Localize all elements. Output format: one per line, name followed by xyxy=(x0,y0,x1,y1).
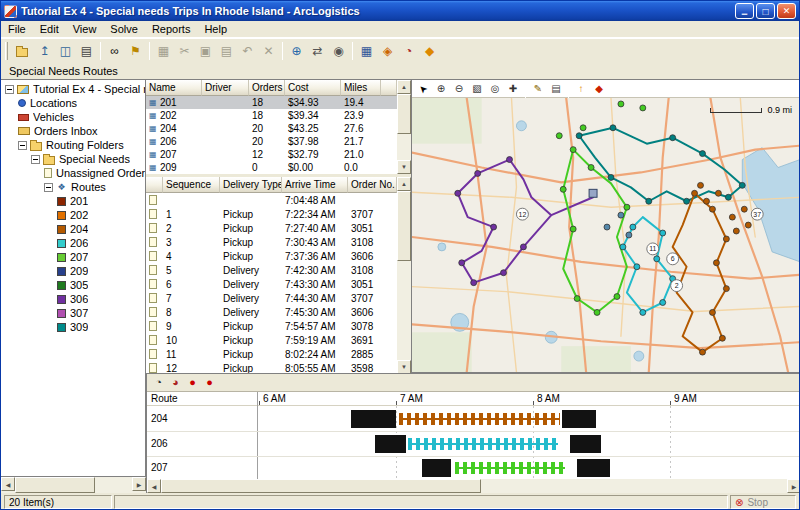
scroll-right-button[interactable] xyxy=(787,479,800,493)
print-map-tool-button[interactable]: ▤ xyxy=(547,81,565,97)
column-header-extra[interactable] xyxy=(381,80,397,96)
gantt-horizontal-scrollbar[interactable] xyxy=(147,479,800,493)
tree-node-305[interactable]: 305 xyxy=(1,278,145,292)
map-canvas[interactable]: 12116237 0.9 mi xyxy=(412,98,800,372)
routes-table-row[interactable]: ▦20712$32.7921.0 xyxy=(146,148,397,161)
tree-node-routes[interactable]: ❖Routes xyxy=(1,180,145,194)
map-image[interactable]: 12116237 xyxy=(412,98,800,372)
scroll-thumb[interactable] xyxy=(397,94,411,134)
tree-expander-icon[interactable] xyxy=(5,85,14,94)
menu-reports[interactable]: Reports xyxy=(145,22,198,36)
flag-stop-tool-button[interactable]: ◆ xyxy=(590,81,608,97)
routes-table-row[interactable]: ▦20118$34.9319.4 xyxy=(146,96,397,109)
gantt-depot-block[interactable] xyxy=(375,435,405,453)
tree-node-204[interactable]: 204 xyxy=(1,222,145,236)
tree-node-locations[interactable]: Locations xyxy=(1,96,145,110)
stops-table-row[interactable]: 7:04:48 AM xyxy=(146,193,397,207)
scroll-right-button[interactable] xyxy=(132,477,146,491)
column-header-cost[interactable]: Cost xyxy=(285,80,341,96)
column-header-orders[interactable]: Orders xyxy=(249,80,285,96)
paste-button[interactable]: ▤ xyxy=(216,41,237,61)
tree-horizontal-scrollbar[interactable] xyxy=(1,477,146,493)
print-button[interactable]: ▤ xyxy=(76,41,97,61)
gantt-work-bar[interactable] xyxy=(455,462,565,474)
scroll-left-button[interactable] xyxy=(147,479,161,493)
scroll-down-button[interactable] xyxy=(397,360,411,374)
tree-node-special-needs[interactable]: Special Needs xyxy=(1,152,145,166)
column-header-icon[interactable] xyxy=(146,177,163,193)
pan-tool-button[interactable]: ✚ xyxy=(504,81,522,97)
copy-button[interactable]: ▣ xyxy=(195,41,216,61)
save-button[interactable]: ◫ xyxy=(55,41,76,61)
menu-edit[interactable]: Edit xyxy=(33,22,66,36)
tree-node-306[interactable]: 306 xyxy=(1,292,145,306)
zoom-out-tool-button[interactable]: ⊖ xyxy=(450,81,468,97)
column-header-order-no-[interactable]: Order No. xyxy=(348,177,397,193)
tree-node-routing-folders[interactable]: Routing Folders xyxy=(1,138,145,152)
stops-table-row[interactable]: 2Pickup7:27:40 AM3051 xyxy=(146,221,397,235)
close-button[interactable] xyxy=(777,3,796,19)
zoom-box-tool-button[interactable]: ▧ xyxy=(468,81,486,97)
tree-node-307[interactable]: 307 xyxy=(1,306,145,320)
column-header-sequence[interactable]: Sequence xyxy=(163,177,220,193)
scroll-left-button[interactable] xyxy=(1,477,15,491)
stops-table-row[interactable]: 11Pickup8:02:24 AM2885 xyxy=(146,347,397,361)
minimize-button[interactable] xyxy=(735,3,754,19)
menu-help[interactable]: Help xyxy=(197,22,234,36)
zoom-in-tool-button[interactable]: ⊕ xyxy=(432,81,450,97)
tree-node-202[interactable]: 202 xyxy=(1,208,145,222)
cut-button[interactable]: ✂ xyxy=(174,41,195,61)
gantt-clock-button[interactable]: ◔ xyxy=(150,375,167,391)
grid-view-button[interactable]: ▦ xyxy=(356,41,377,61)
stops-table-row[interactable]: 1Pickup7:22:34 AM3707 xyxy=(146,207,397,221)
gantt-work-bar[interactable] xyxy=(399,413,561,425)
stops-table-row[interactable]: 4Pickup7:37:36 AM3606 xyxy=(146,249,397,263)
stops-table-row[interactable]: 3Pickup7:30:43 AM3108 xyxy=(146,235,397,249)
gantt-depot-block[interactable] xyxy=(577,459,610,477)
column-header-arrive-time[interactable]: Arrive Time xyxy=(282,177,348,193)
tree-node-206[interactable]: 206 xyxy=(1,236,145,250)
stops-table-row[interactable]: 7Delivery7:44:30 AM3707 xyxy=(146,291,397,305)
undo-button[interactable]: ↶ xyxy=(237,41,258,61)
reassign-button[interactable]: ⇄ xyxy=(307,41,328,61)
column-header-name[interactable]: Name xyxy=(146,80,202,96)
column-header-miles[interactable]: Miles xyxy=(341,80,381,96)
routes-table-row[interactable]: ▦2090$0.000.0 xyxy=(146,161,397,174)
gantt-work-bar[interactable] xyxy=(408,438,557,450)
time-view-button[interactable]: ◔ xyxy=(398,41,419,61)
lock-button[interactable]: ◉ xyxy=(328,41,349,61)
stops-table-row[interactable]: 8Delivery7:45:30 AM3606 xyxy=(146,305,397,319)
measure-tool-button[interactable]: ✎ xyxy=(529,81,547,97)
new-item-button[interactable]: ▦ xyxy=(153,41,174,61)
scroll-thumb[interactable] xyxy=(161,479,481,493)
solve-button[interactable]: ◆ xyxy=(419,41,440,61)
tree-expander-icon[interactable] xyxy=(18,141,27,150)
scroll-thumb[interactable] xyxy=(15,477,95,493)
tree-expander-icon[interactable] xyxy=(31,155,40,164)
gantt-record-a-button[interactable]: ● xyxy=(184,375,201,391)
scroll-down-button[interactable] xyxy=(397,160,411,174)
tree-node-207[interactable]: 207 xyxy=(1,250,145,264)
flag-button[interactable]: ⚑ xyxy=(125,41,146,61)
gantt-depot-block[interactable] xyxy=(422,459,451,477)
column-header-delivery-type[interactable]: Delivery Type xyxy=(220,177,282,193)
stops-table-row[interactable]: 9Pickup7:54:57 AM3078 xyxy=(146,319,397,333)
stops-table-scrollbar[interactable] xyxy=(397,177,411,374)
open-folder-button[interactable] xyxy=(13,41,34,61)
stop-button[interactable]: ⊗ Stop xyxy=(730,495,796,509)
menu-file[interactable]: File xyxy=(1,22,33,36)
routes-table-row[interactable]: ▦20420$43.2527.6 xyxy=(146,122,397,135)
tree-node-309[interactable]: 309 xyxy=(1,320,145,334)
tree-node-201[interactable]: 201 xyxy=(1,194,145,208)
geocode-button[interactable]: ⊕ xyxy=(286,41,307,61)
find-button[interactable]: ∞ xyxy=(104,41,125,61)
zoom-full-tool-button[interactable]: ◎ xyxy=(486,81,504,97)
delete-button[interactable]: ✕ xyxy=(258,41,279,61)
menu-solve[interactable]: Solve xyxy=(103,22,145,36)
gantt-depot-block[interactable] xyxy=(562,410,596,428)
tree-node-unassigned-order[interactable]: Unassigned Order xyxy=(1,166,145,180)
routes-table-scrollbar[interactable] xyxy=(397,80,411,174)
routes-table-row[interactable]: ▦20218$39.3423.9 xyxy=(146,109,397,122)
scroll-thumb[interactable] xyxy=(397,191,411,261)
gantt-record-b-button[interactable]: ● xyxy=(201,375,218,391)
